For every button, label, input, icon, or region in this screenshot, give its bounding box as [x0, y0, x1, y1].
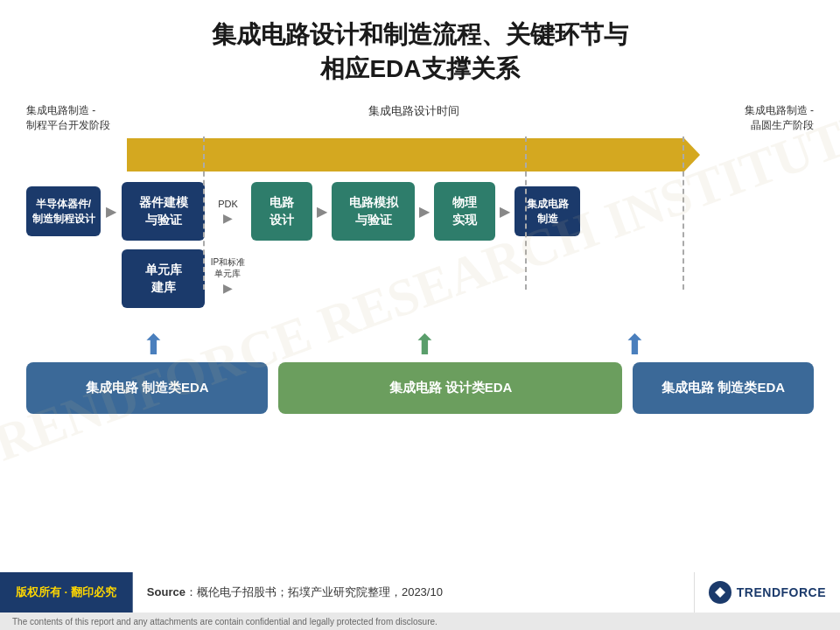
up-arrow-center: ⬆ [324, 331, 525, 359]
arrow-1: ▶ [104, 203, 118, 220]
process-row: 半导体器件/制造制程设计 ▶ 器件建模与验证 PDK ▶ 电路设计 ▶ 电路模拟… [26, 182, 814, 241]
box-physical: 物理实现 [434, 182, 495, 241]
main-content: 集成电路设计和制造流程、关键环节与 相应EDA支撑关系 TRENDFORCE R… [0, 0, 840, 588]
phase-label-left: 集成电路制造 -制程平台开发阶段 [26, 103, 127, 133]
page-title: 集成电路设计和制造流程、关键环节与 相应EDA支撑关系 [26, 18, 814, 86]
ip-label: IP和标准单元库 [211, 256, 245, 279]
ip-section: IP和标准单元库 ▶ [208, 249, 248, 295]
eda-row: 集成电路 制造类EDA 集成电路 设计类EDA 集成电路 制造类EDA [26, 362, 814, 414]
eda-box-manufacture-1: 集成电路 制造类EDA [26, 362, 268, 414]
disclaimer-text: The contents of this report and any atta… [12, 617, 438, 626]
eda-box-design: 集成电路 设计类EDA [278, 362, 622, 414]
up-arrow-left: ⬆ [101, 331, 206, 359]
dashed-line-left [203, 136, 205, 290]
big-arrow [127, 138, 700, 172]
footer-brand: TRENDFORCE [694, 572, 840, 612]
pdk-section: PDK ▶ [208, 199, 248, 225]
trendforce-icon [709, 581, 732, 604]
trendforce-brand-text: TRENDFORCE [737, 585, 826, 599]
arrow-4: ▶ [499, 203, 511, 220]
up-arrow-right: ⬆ [569, 331, 700, 359]
arrow-3: ▶ [418, 203, 430, 220]
dashed-line-right [525, 136, 527, 290]
box-semiconductor: 半导体器件/制造制程设计 [26, 186, 101, 237]
dashed-line-far-right [682, 136, 684, 290]
box-simulation: 电路模拟与验证 [332, 182, 415, 241]
footer-copyright: 版权所有 · 翻印必究 [0, 572, 133, 612]
phase-label-center: 集成电路设计时间 [127, 103, 700, 119]
box-device-modeling: 器件建模与验证 [122, 182, 205, 241]
arrow-2: ▶ [316, 203, 328, 220]
source-text: ：概伦电子招股书；拓墣产业研究院整理，2023/10 [186, 585, 443, 598]
eda-box-manufacture-2: 集成电路 制造类EDA [633, 362, 814, 414]
disclaimer-bar: The contents of this report and any atta… [0, 612, 840, 630]
sub-row: 单元库建库 IP和标准单元库 ▶ [26, 249, 814, 308]
pdk-label: PDK [218, 199, 238, 209]
up-arrows-row: ⬆ ⬆ ⬆ [26, 324, 814, 359]
footer: 版权所有 · 翻印必究 Source：概伦电子招股书；拓墣产业研究院整理，202… [0, 572, 840, 612]
box-circuit-design: 电路设计 [251, 182, 312, 241]
diagram: TRENDFORCE RESEARCH INSTITUTE 集成电路制造 -制程… [26, 103, 814, 480]
box-cell-library: 单元库建库 [122, 249, 205, 308]
phase-label-right: 集成电路制造 -晶圆生产阶段 [700, 103, 814, 133]
source-label: Source [147, 585, 186, 598]
footer-source: Source：概伦电子招股书；拓墣产业研究院整理，2023/10 [133, 572, 694, 612]
